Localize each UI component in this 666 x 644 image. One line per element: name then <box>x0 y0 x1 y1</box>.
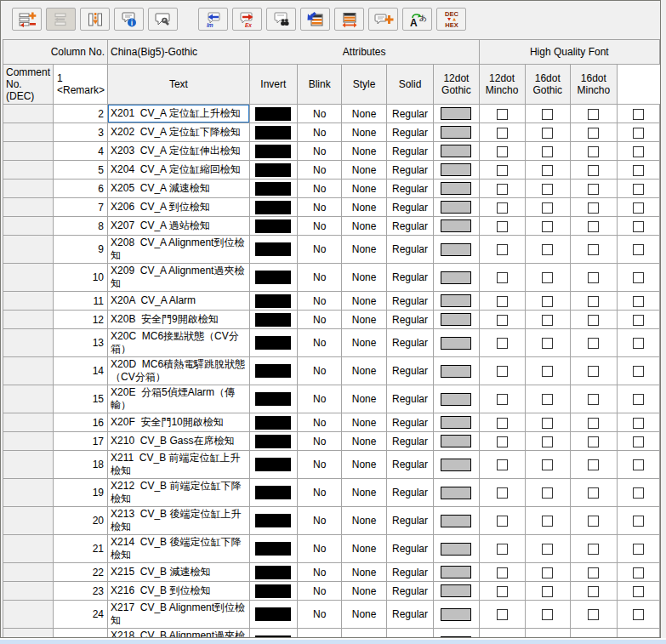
comment-no-cell[interactable]: 24 <box>54 601 108 629</box>
solid-color-cell[interactable] <box>434 385 479 413</box>
row-header-cell[interactable] <box>3 142 54 161</box>
style-cell[interactable]: Regular <box>386 142 433 161</box>
checkbox-16dot-mincho[interactable] <box>633 146 644 157</box>
blink-cell[interactable]: None <box>342 385 386 413</box>
checkbox-12dot-gothic[interactable] <box>497 394 508 405</box>
style-cell[interactable]: Regular <box>386 161 433 180</box>
comment-no-cell[interactable]: 9 <box>54 236 108 264</box>
style-cell[interactable]: Regular <box>386 105 433 123</box>
checkbox-16dot-gothic[interactable] <box>588 366 599 377</box>
checkbox-12dot-gothic[interactable] <box>497 366 508 377</box>
checkbox-12dot-gothic[interactable] <box>497 128 508 139</box>
checkbox-16dot-gothic[interactable] <box>588 459 599 470</box>
row-header-cell[interactable] <box>3 161 54 180</box>
checkbox-12dot-gothic[interactable] <box>497 436 508 447</box>
style-cell[interactable]: Regular <box>386 563 433 582</box>
checkbox-16dot-gothic[interactable] <box>588 394 599 405</box>
invert-cell[interactable]: No <box>297 385 341 413</box>
style-cell[interactable]: Regular <box>386 311 433 329</box>
checkbox-12dot-gothic[interactable] <box>497 244 508 255</box>
checkbox-12dot-mincho[interactable] <box>542 544 553 555</box>
text-color-cell[interactable] <box>249 123 297 142</box>
comment-no-cell[interactable]: 25 <box>54 629 108 638</box>
blink-cell[interactable]: None <box>342 507 386 535</box>
checkbox-16dot-mincho[interactable] <box>633 459 644 470</box>
style-cell[interactable]: Regular <box>386 217 433 236</box>
checkbox-12dot-mincho[interactable] <box>542 315 553 326</box>
invert-cell[interactable]: No <box>297 563 341 582</box>
checkbox-12dot-gothic[interactable] <box>497 567 508 578</box>
checkbox-16dot-mincho[interactable] <box>633 165 644 176</box>
comment-settings-button[interactable] <box>148 8 178 31</box>
checkbox-12dot-mincho[interactable] <box>542 184 553 195</box>
text-color-cell[interactable] <box>249 385 297 413</box>
row-header-cell[interactable] <box>3 198 54 217</box>
invert-cell[interactable]: No <box>297 507 341 535</box>
text-color-cell[interactable] <box>249 629 297 638</box>
comment-no-cell[interactable]: 15 <box>54 385 108 413</box>
comment-no-cell[interactable]: 21 <box>54 535 108 563</box>
comment-text-cell[interactable]: X206 CV_A 到位檢知 <box>108 198 250 217</box>
checkbox-12dot-mincho[interactable] <box>542 394 553 405</box>
text-color-cell[interactable] <box>249 142 297 161</box>
checkbox-12dot-gothic[interactable] <box>497 338 508 349</box>
comment-text-cell[interactable]: X216 CV_B 到位檢知 <box>108 582 250 601</box>
solid-color-cell[interactable] <box>434 479 479 507</box>
invert-cell[interactable]: No <box>297 601 341 629</box>
text-color-cell[interactable] <box>249 432 297 451</box>
checkbox-12dot-mincho[interactable] <box>542 338 553 349</box>
comment-text-cell[interactable]: X20D MC6積熱電驛跳脫狀態（CV分箱） <box>108 357 250 385</box>
blink-cell[interactable]: None <box>342 563 386 582</box>
invert-cell[interactable]: No <box>297 432 341 451</box>
checkbox-16dot-mincho[interactable] <box>633 221 644 232</box>
checkbox-12dot-gothic[interactable] <box>497 609 508 620</box>
checkbox-12dot-gothic[interactable] <box>497 418 508 429</box>
solid-color-cell[interactable] <box>434 329 479 357</box>
row-header-cell[interactable] <box>3 479 54 507</box>
checkbox-16dot-gothic[interactable] <box>588 609 599 620</box>
checkbox-12dot-mincho[interactable] <box>542 436 553 447</box>
checkbox-12dot-gothic[interactable] <box>497 165 508 176</box>
comment-text-cell[interactable]: X202 CV_A 定位缸下降檢知 <box>108 123 250 142</box>
solid-color-cell[interactable] <box>434 601 479 629</box>
add-delete-row-button[interactable] <box>12 8 42 31</box>
invert-cell[interactable]: No <box>297 535 341 563</box>
comment-text-cell[interactable]: X20C MC6接點狀態（CV分箱） <box>108 329 250 357</box>
text-color-cell[interactable] <box>249 329 297 357</box>
comment-text-cell[interactable]: X218 CV_B Alignment過夾檢知 <box>108 629 250 638</box>
solid-color-cell[interactable] <box>434 292 479 311</box>
text-color-cell[interactable] <box>249 357 297 385</box>
checkbox-12dot-gothic[interactable] <box>497 315 508 326</box>
blink-cell[interactable]: None <box>342 198 386 217</box>
checkbox-12dot-gothic[interactable] <box>497 544 508 555</box>
style-cell[interactable]: Regular <box>386 413 433 432</box>
checkbox-16dot-gothic[interactable] <box>588 487 599 499</box>
invert-cell[interactable]: No <box>297 236 341 264</box>
comment-text-cell[interactable]: X201 CV_A 定位缸上升檢知 <box>108 105 250 123</box>
checkbox-16dot-mincho[interactable] <box>633 366 644 377</box>
checkbox-12dot-gothic[interactable] <box>497 221 508 232</box>
style-cell[interactable]: Regular <box>386 507 433 535</box>
write-table-button[interactable] <box>300 8 330 31</box>
checkbox-16dot-gothic[interactable] <box>588 221 599 232</box>
invert-cell[interactable]: No <box>297 105 341 123</box>
solid-color-cell[interactable] <box>434 105 479 123</box>
row-header-cell[interactable] <box>3 535 54 563</box>
solid-color-cell[interactable] <box>434 432 479 451</box>
invert-cell[interactable]: No <box>297 217 341 236</box>
comment-text-cell[interactable]: X205 CV_A 減速檢知 <box>108 180 250 198</box>
style-cell[interactable]: Regular <box>386 432 433 451</box>
blink-cell[interactable]: None <box>342 292 386 311</box>
checkbox-16dot-gothic[interactable] <box>588 146 599 157</box>
blink-cell[interactable]: None <box>342 264 386 292</box>
comment-no-cell[interactable]: 2 <box>54 105 108 123</box>
import-comment-button[interactable]: Im <box>198 8 228 31</box>
checkbox-12dot-mincho[interactable] <box>542 418 553 429</box>
comment-text-cell[interactable]: X211 CV_B 前端定位缸上升檢知 <box>108 451 250 479</box>
comment-text-cell[interactable]: X204 CV_A 定位缸縮回檢知 <box>108 161 250 180</box>
checkbox-12dot-mincho[interactable] <box>542 567 553 578</box>
checkbox-16dot-mincho[interactable] <box>633 418 644 429</box>
style-cell[interactable]: Regular <box>386 451 433 479</box>
checkbox-12dot-mincho[interactable] <box>542 202 553 214</box>
comment-text-cell[interactable]: X214 CV_B 後端定位缸下降檢知 <box>108 535 250 563</box>
